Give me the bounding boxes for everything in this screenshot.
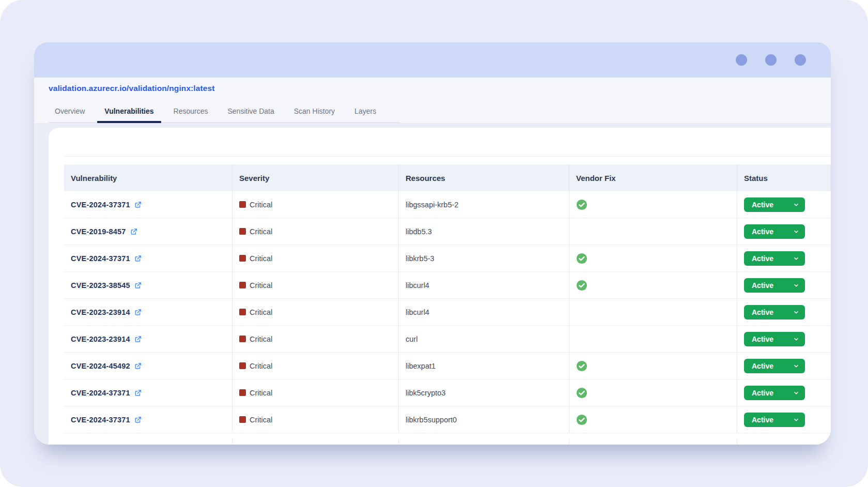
status-dropdown-button[interactable]: Active xyxy=(744,224,805,239)
chevron-down-icon xyxy=(793,336,799,342)
critical-square-icon xyxy=(239,389,246,396)
critical-square-icon xyxy=(239,362,246,369)
status-dropdown-button[interactable]: Active xyxy=(744,278,805,293)
cve-link[interactable]: CVE-2023-38545 xyxy=(71,281,142,290)
chevron-down-icon xyxy=(793,309,799,315)
severity-cell: Critical xyxy=(233,326,399,352)
vendor-fix-cell xyxy=(569,406,737,433)
cve-link[interactable]: CVE-2024-37371 xyxy=(71,254,142,263)
check-circle-icon xyxy=(576,387,587,399)
resource-name: libdb5.3 xyxy=(406,227,432,236)
vendor-fix-cell xyxy=(569,272,737,298)
window-control-dot-icon[interactable] xyxy=(736,54,747,66)
vulnerabilities-table: Vulnerability Severity Resources Vendor … xyxy=(64,164,831,445)
vendor-fix-cell xyxy=(569,191,737,218)
status-dropdown-button[interactable]: Active xyxy=(744,197,805,212)
tab-overview[interactable]: Overview xyxy=(53,102,87,122)
external-link-icon[interactable] xyxy=(134,389,142,397)
critical-square-icon xyxy=(239,416,246,423)
status-label: Active xyxy=(752,254,773,263)
resources-cell xyxy=(399,439,569,445)
status-cell: Active xyxy=(737,439,831,445)
resources-cell: libgssapi-krb5-2 xyxy=(399,191,569,218)
severity-cell xyxy=(233,439,399,445)
severity-label: Critical xyxy=(250,201,272,209)
external-link-icon[interactable] xyxy=(134,362,142,370)
external-link-icon[interactable] xyxy=(134,255,142,262)
cve-link[interactable]: CVE-2024-45492 xyxy=(71,362,142,370)
resources-cell: libcurl4 xyxy=(399,299,569,325)
vulnerability-cell xyxy=(64,439,233,445)
vulnerability-cell: CVE-2024-45492 xyxy=(64,353,233,379)
tab-sensitive-data[interactable]: Sensitive Data xyxy=(225,102,276,122)
status-dropdown-button[interactable]: Active xyxy=(744,359,805,373)
table-row: CVE-2024-45492 Critical libexpat1 Ac xyxy=(64,353,831,379)
column-header-vulnerability: Vulnerability xyxy=(64,164,233,191)
vendor-fix-cell xyxy=(569,439,737,445)
tab-resources[interactable]: Resources xyxy=(172,102,210,122)
table-row: CVE-2024-37371 Critical libgssapi-krb5-2 xyxy=(64,191,831,218)
external-link-icon[interactable] xyxy=(134,309,142,316)
vulnerability-cell: CVE-2023-38545 xyxy=(64,272,233,298)
critical-square-icon xyxy=(239,255,246,262)
tab-layers[interactable]: Layers xyxy=(352,102,378,122)
window-control-dot-icon[interactable] xyxy=(765,54,777,66)
content-card: Vulnerability Severity Resources Vendor … xyxy=(49,128,831,445)
status-dropdown-button[interactable]: Active xyxy=(744,386,805,400)
critical-square-icon xyxy=(239,336,246,342)
external-link-icon[interactable] xyxy=(134,336,142,343)
chevron-down-icon xyxy=(793,417,799,423)
cve-id-text: CVE-2023-23914 xyxy=(71,308,130,316)
vendor-fix-cell xyxy=(569,245,737,271)
status-cell: Active xyxy=(737,191,831,218)
status-dropdown-button[interactable]: Active xyxy=(744,332,805,346)
resource-name: libcurl4 xyxy=(406,281,429,290)
image-reference-link[interactable]: validation.azurecr.io/validation/nginx:l… xyxy=(49,84,214,93)
status-label: Active xyxy=(752,389,773,397)
tab-bar: OverviewVulnerabilitiesResourcesSensitiv… xyxy=(49,102,400,123)
severity-label: Critical xyxy=(250,254,272,263)
severity-label: Critical xyxy=(250,335,272,343)
status-label: Active xyxy=(752,281,773,290)
cve-link[interactable]: CVE-2024-37371 xyxy=(71,416,142,424)
table-row: CVE-2024-37371 Critical libkrb5support0 xyxy=(64,406,831,433)
check-circle-icon xyxy=(576,199,587,210)
tab-scan-history[interactable]: Scan History xyxy=(292,102,337,122)
resource-name: libexpat1 xyxy=(406,362,436,370)
vendor-fix-cell xyxy=(569,218,737,245)
status-dropdown-button[interactable]: Active xyxy=(744,305,805,319)
column-header-severity: Severity xyxy=(233,164,399,191)
cve-link[interactable]: CVE-2023-23914 xyxy=(71,308,142,316)
status-dropdown-button[interactable]: Active xyxy=(744,251,805,266)
resources-cell: libkrb5-3 xyxy=(399,245,569,271)
content-area: Vulnerability Severity Resources Vendor … xyxy=(34,123,831,445)
resources-cell: libdb5.3 xyxy=(399,218,569,245)
window-control-dot-icon[interactable] xyxy=(795,54,806,66)
severity-cell: Critical xyxy=(233,353,399,379)
external-link-icon[interactable] xyxy=(130,228,137,235)
vendor-fix-cell xyxy=(569,379,737,406)
chevron-down-icon xyxy=(793,282,799,288)
chevron-down-icon xyxy=(793,202,799,208)
status-label: Active xyxy=(752,335,773,343)
status-dropdown-button[interactable]: Active xyxy=(744,413,805,427)
table-row: CVE-2023-23914 Critical libcurl4 Act xyxy=(64,299,831,326)
external-link-icon[interactable] xyxy=(134,201,142,208)
resource-name: libgssapi-krb5-2 xyxy=(406,201,458,209)
severity-label: Critical xyxy=(250,389,272,397)
external-link-icon[interactable] xyxy=(134,282,142,289)
cve-link[interactable]: CVE-2019-8457 xyxy=(71,227,137,236)
status-cell: Active xyxy=(737,379,831,406)
cve-link[interactable]: CVE-2024-37371 xyxy=(71,201,142,209)
column-header-resources: Resources xyxy=(399,164,569,191)
severity-cell: Critical xyxy=(233,245,399,271)
external-link-icon[interactable] xyxy=(134,416,142,423)
table-row-partial: Active xyxy=(64,439,831,445)
tab-vulnerabilities[interactable]: Vulnerabilities xyxy=(102,102,156,122)
vulnerability-cell: CVE-2024-37371 xyxy=(64,406,233,433)
status-label: Active xyxy=(752,416,773,424)
cve-link[interactable]: CVE-2023-23914 xyxy=(71,335,142,343)
page-header: validation.azurecr.io/validation/nginx:l… xyxy=(34,78,831,123)
cve-link[interactable]: CVE-2024-37371 xyxy=(71,389,142,397)
status-cell: Active xyxy=(737,406,831,433)
